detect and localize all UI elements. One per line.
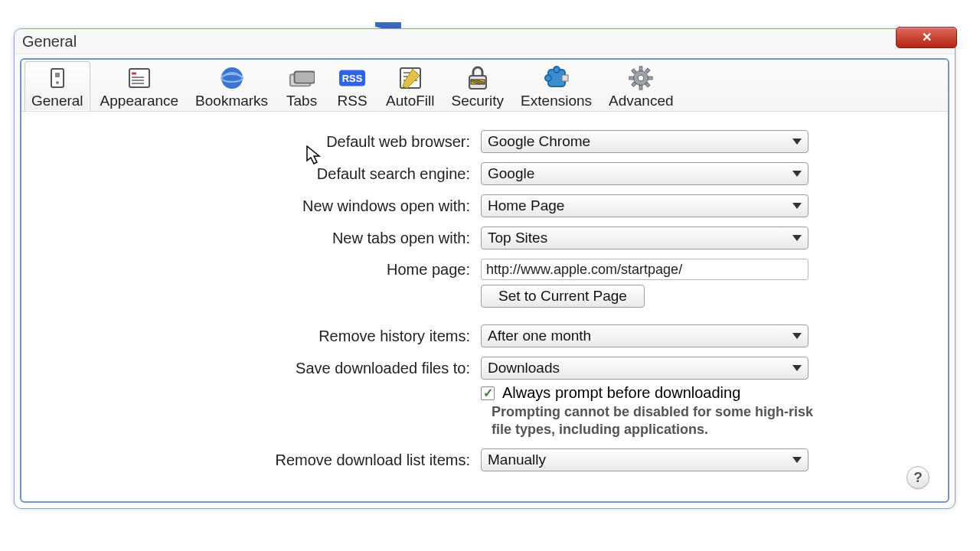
select-remove-downloads[interactable]: Manually — [481, 448, 808, 471]
label-home-page: Home page: — [52, 261, 481, 279]
tab-label: Bookmarks — [195, 93, 268, 109]
svg-rect-20 — [639, 85, 642, 90]
svg-rect-7 — [295, 72, 315, 83]
home-page-input[interactable] — [481, 259, 808, 280]
select-value: Home Page — [488, 197, 564, 214]
select-remove-history[interactable]: After one month — [481, 324, 808, 347]
label-new-windows: New windows open with: — [52, 197, 481, 215]
tab-label: Extensions — [521, 93, 592, 109]
help-button[interactable]: ? — [906, 466, 929, 489]
tab-rss[interactable]: RSS RSS — [328, 61, 376, 111]
select-value: Google — [488, 165, 534, 182]
security-icon — [465, 65, 491, 91]
svg-rect-19 — [639, 67, 642, 71]
chevron-down-icon — [792, 457, 802, 463]
tab-label: General — [31, 93, 83, 109]
chevron-down-icon — [792, 139, 802, 145]
close-button[interactable] — [896, 27, 957, 48]
select-new-tabs[interactable]: Top Sites — [481, 227, 808, 249]
tab-label: Security — [451, 93, 504, 109]
prefs-content: Default web browser: Google Chrome Defau… — [21, 112, 948, 501]
advanced-icon — [628, 65, 654, 91]
svg-point-2 — [56, 81, 59, 84]
select-new-windows[interactable]: Home Page — [481, 194, 808, 217]
svg-rect-22 — [648, 77, 653, 80]
autofill-icon — [397, 65, 423, 91]
label-new-tabs: New tabs open with: — [52, 230, 481, 247]
tab-label: Tabs — [286, 93, 317, 109]
svg-rect-0 — [51, 69, 64, 87]
tab-autofill[interactable]: AutoFill — [379, 61, 441, 111]
select-value: Google Chrome — [488, 133, 590, 150]
appearance-icon — [126, 65, 152, 91]
prompt-download-label: Always prompt before downloading — [502, 384, 740, 402]
chevron-down-icon — [792, 203, 802, 209]
extensions-icon — [544, 65, 570, 91]
select-default-search[interactable]: Google — [481, 162, 808, 185]
prompt-download-checkbox[interactable]: ✓ — [481, 386, 495, 400]
svg-point-14 — [545, 75, 551, 81]
tab-label: Appearance — [100, 93, 178, 109]
tab-label: AutoFill — [386, 93, 434, 109]
svg-rect-16 — [562, 75, 568, 81]
label-default-search: Default search engine: — [52, 165, 481, 183]
svg-point-4 — [221, 67, 243, 89]
tab-tabs[interactable]: Tabs — [278, 61, 325, 111]
svg-rect-25 — [645, 68, 650, 73]
chevron-down-icon — [792, 235, 802, 241]
chevron-down-icon — [792, 365, 802, 371]
tab-appearance[interactable]: Appearance — [93, 61, 185, 111]
tab-general[interactable]: General — [24, 61, 90, 111]
window-titlebar: General — [15, 29, 955, 54]
svg-point-18 — [639, 75, 645, 81]
bookmarks-icon — [219, 65, 245, 91]
tab-advanced[interactable]: Advanced — [602, 61, 681, 111]
svg-point-15 — [554, 67, 560, 73]
svg-rect-1 — [55, 73, 60, 77]
rss-icon: RSS — [339, 65, 365, 91]
general-icon — [44, 65, 70, 91]
select-value: After one month — [488, 328, 591, 344]
label-remove-downloads: Remove download list items: — [52, 452, 481, 469]
window-inner: General Appearance Bookmarks Tabs — [20, 58, 949, 503]
tab-label: Advanced — [609, 93, 674, 109]
set-current-page-button[interactable]: Set to Current Page — [481, 285, 645, 308]
tab-bookmarks[interactable]: Bookmarks — [188, 61, 275, 111]
svg-rect-21 — [629, 77, 634, 80]
tab-label: RSS — [338, 93, 368, 109]
label-save-downloads: Save downloaded files to: — [52, 360, 481, 377]
select-save-downloads[interactable]: Downloads — [481, 357, 808, 380]
label-remove-history: Remove history items: — [52, 328, 481, 345]
select-value: Downloads — [488, 360, 560, 377]
tabs-icon — [289, 65, 315, 91]
label-default-browser: Default web browser: — [52, 133, 481, 151]
tab-extensions[interactable]: Extensions — [514, 61, 599, 111]
tab-security[interactable]: Security — [444, 61, 511, 111]
window-title: General — [22, 33, 77, 51]
prefs-toolbar: General Appearance Bookmarks Tabs — [21, 60, 948, 112]
select-default-browser[interactable]: Google Chrome — [481, 130, 808, 153]
prompt-download-hint: Prompting cannot be disabled for some hi… — [492, 403, 828, 438]
chevron-down-icon — [792, 171, 802, 177]
select-value: Manually — [488, 452, 546, 468]
svg-text:RSS: RSS — [342, 73, 363, 84]
preferences-window: General General Appearance Bookmarks — [14, 28, 956, 509]
select-value: Top Sites — [488, 230, 547, 246]
chevron-down-icon — [792, 333, 802, 339]
